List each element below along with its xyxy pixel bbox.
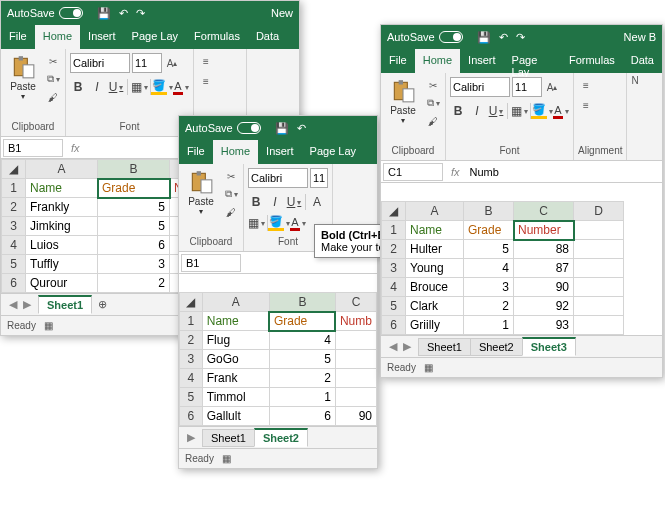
tab-pagelayout[interactable]: Page Lay: [504, 49, 561, 73]
increase-font-icon[interactable]: A▴: [544, 79, 560, 95]
font-color-button[interactable]: A: [173, 78, 189, 96]
sheet-tab-sheet2[interactable]: Sheet2: [254, 428, 308, 447]
tab-formulas[interactable]: Formulas: [186, 25, 248, 49]
cell-selected[interactable]: Grade: [269, 312, 335, 331]
font-color-button[interactable]: A: [290, 214, 306, 232]
paste-button[interactable]: Paste▾: [183, 168, 219, 216]
cut-icon[interactable]: ✂: [223, 168, 239, 184]
prev-sheet-icon[interactable]: ◀: [389, 340, 397, 353]
record-macro-icon[interactable]: ▦: [44, 320, 53, 331]
tab-pagelayout[interactable]: Page Lay: [124, 25, 186, 49]
record-macro-icon[interactable]: ▦: [424, 362, 433, 373]
tab-insert[interactable]: Insert: [80, 25, 124, 49]
undo-icon[interactable]: ↶: [297, 122, 306, 135]
col-header-a[interactable]: A: [26, 160, 98, 179]
select-all-corner[interactable]: ◢: [180, 293, 203, 312]
paste-button[interactable]: Paste▾: [5, 53, 41, 101]
col-header-c[interactable]: C: [514, 202, 574, 221]
col-header-a[interactable]: A: [202, 293, 269, 312]
name-box[interactable]: B1: [3, 139, 63, 157]
italic-button[interactable]: I: [267, 193, 283, 211]
autosave-toggle[interactable]: AutoSave: [185, 122, 261, 134]
align-left-icon[interactable]: ≡: [578, 97, 594, 113]
sheet-tab-sheet3[interactable]: Sheet3: [522, 337, 576, 356]
sheet-grid[interactable]: ◢ A B C D 1 Name Grade Number 2Hulter588…: [381, 201, 662, 335]
font-size-select[interactable]: [132, 53, 162, 73]
fill-color-button[interactable]: 🪣: [154, 78, 170, 96]
font-name-select[interactable]: [248, 168, 308, 188]
align-top-icon[interactable]: ≡: [578, 77, 594, 93]
font-size-select[interactable]: [512, 77, 542, 97]
border-button[interactable]: ▦: [511, 102, 527, 120]
col-header-b[interactable]: B: [98, 160, 170, 179]
formula-input[interactable]: Numb: [466, 164, 662, 180]
font-grow-icon[interactable]: A: [309, 193, 325, 211]
copy-icon[interactable]: ⧉: [425, 95, 441, 111]
fill-color-button[interactable]: 🪣: [271, 214, 287, 232]
save-icon[interactable]: 💾: [97, 7, 111, 20]
align-left-icon[interactable]: ≡: [198, 73, 214, 89]
tab-pagelayout[interactable]: Page Lay: [302, 140, 364, 164]
col-header-d[interactable]: D: [574, 202, 624, 221]
copy-icon[interactable]: ⧉: [45, 71, 61, 87]
tab-file[interactable]: File: [381, 49, 415, 73]
name-box[interactable]: C1: [383, 163, 443, 181]
cut-icon[interactable]: ✂: [45, 53, 61, 69]
tab-home[interactable]: Home: [213, 140, 258, 164]
format-painter-icon[interactable]: 🖌: [45, 89, 61, 105]
fx-icon[interactable]: fx: [445, 166, 466, 178]
save-icon[interactable]: 💾: [477, 31, 491, 44]
name-box[interactable]: B1: [181, 254, 241, 272]
undo-icon[interactable]: ↶: [119, 7, 128, 20]
border-button[interactable]: ▦: [248, 214, 264, 232]
select-all-corner[interactable]: ◢: [382, 202, 406, 221]
tab-file[interactable]: File: [179, 140, 213, 164]
prev-sheet-icon[interactable]: ◀: [9, 298, 17, 311]
italic-button[interactable]: I: [89, 78, 105, 96]
bold-button[interactable]: B: [248, 193, 264, 211]
copy-icon[interactable]: ⧉: [223, 186, 239, 202]
format-painter-icon[interactable]: 🖌: [425, 113, 441, 129]
next-sheet-icon[interactable]: ▶: [403, 340, 411, 353]
cell[interactable]: Name: [26, 179, 98, 198]
border-button[interactable]: ▦: [131, 78, 147, 96]
sheet-tab-sheet1[interactable]: Sheet1: [202, 429, 255, 447]
sheet-tab-sheet1[interactable]: Sheet1: [418, 338, 471, 356]
row-header[interactable]: 1: [2, 179, 26, 198]
redo-icon[interactable]: ↷: [516, 31, 525, 44]
tab-file[interactable]: File: [1, 25, 35, 49]
sheet-tab-sheet2[interactable]: Sheet2: [470, 338, 523, 356]
cell-selected[interactable]: Grade: [98, 179, 170, 198]
font-name-select[interactable]: [70, 53, 130, 73]
record-macro-icon[interactable]: ▦: [222, 453, 231, 464]
font-size-select[interactable]: [310, 168, 328, 188]
col-header-c[interactable]: C: [335, 293, 376, 312]
select-all-corner[interactable]: ◢: [2, 160, 26, 179]
increase-font-icon[interactable]: A▴: [164, 55, 180, 71]
next-sheet-icon[interactable]: ▶: [23, 298, 31, 311]
sheet-grid[interactable]: ◢ A B C 1 Name Grade Numb 2Flug4 3GoGo5 …: [179, 292, 377, 426]
underline-button[interactable]: U: [488, 102, 504, 120]
tab-formulas[interactable]: Formulas: [561, 49, 623, 73]
autosave-toggle[interactable]: AutoSave: [7, 7, 83, 19]
tab-home[interactable]: Home: [35, 25, 80, 49]
bold-button[interactable]: B: [70, 78, 86, 96]
tab-data[interactable]: Data: [623, 49, 662, 73]
cut-icon[interactable]: ✂: [425, 77, 441, 93]
fill-color-button[interactable]: 🪣: [534, 102, 550, 120]
sheet-tab-sheet1[interactable]: Sheet1: [38, 295, 92, 314]
underline-button[interactable]: U: [108, 78, 124, 96]
italic-button[interactable]: I: [469, 102, 485, 120]
tab-data[interactable]: Data: [248, 25, 287, 49]
paste-button[interactable]: Paste▾: [385, 77, 421, 125]
undo-icon[interactable]: ↶: [499, 31, 508, 44]
save-icon[interactable]: 💾: [275, 122, 289, 135]
redo-icon[interactable]: ↷: [136, 7, 145, 20]
tab-home[interactable]: Home: [415, 49, 460, 73]
col-header-a[interactable]: A: [406, 202, 464, 221]
col-header-b[interactable]: B: [464, 202, 514, 221]
tab-insert[interactable]: Insert: [258, 140, 302, 164]
col-header-b[interactable]: B: [269, 293, 335, 312]
bold-button[interactable]: B: [450, 102, 466, 120]
next-sheet-icon[interactable]: ▶: [187, 431, 195, 444]
